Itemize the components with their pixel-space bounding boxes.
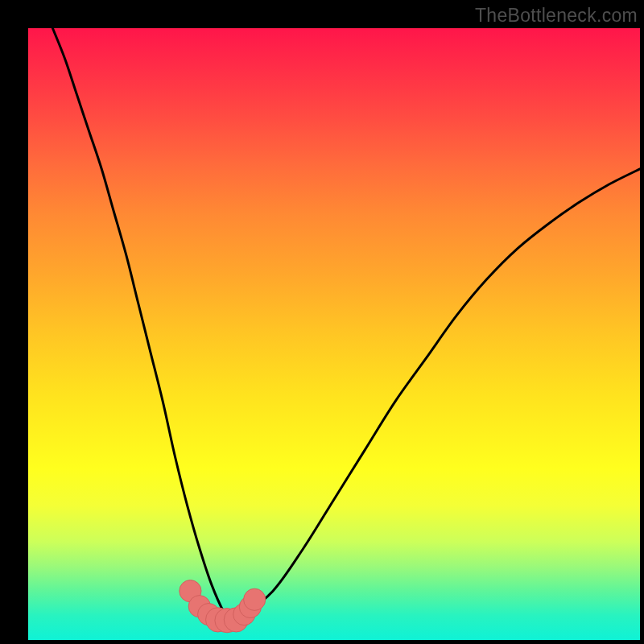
- bottleneck-curve-path: [52, 28, 640, 620]
- curve-line: [52, 28, 640, 620]
- chart-frame: TheBottleneck.com: [0, 0, 644, 644]
- curve-marker: [244, 588, 266, 610]
- plot-area: [28, 28, 640, 640]
- watermark-label: TheBottleneck.com: [475, 5, 638, 27]
- curve-markers: [180, 580, 266, 633]
- chart-svg: [28, 28, 640, 640]
